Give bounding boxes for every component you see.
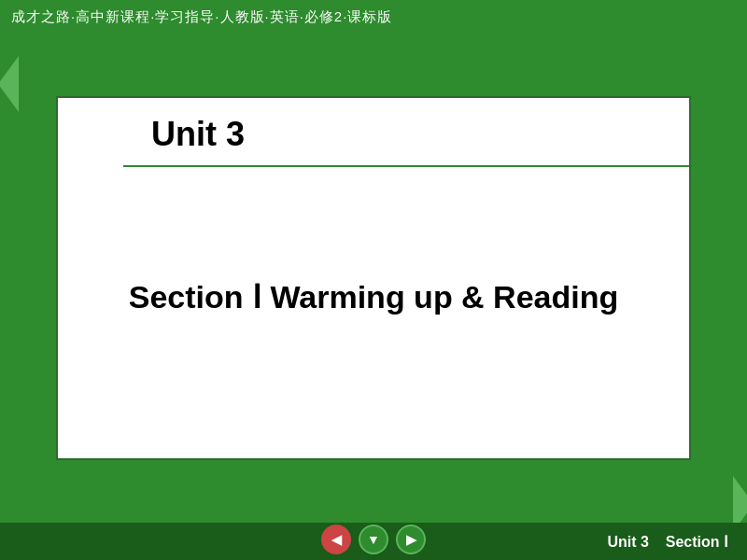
section-title: Section Ⅰ Warming up & Reading — [129, 278, 618, 315]
unit-title: Unit 3 — [151, 115, 245, 154]
left-chevrons-decoration — [0, 56, 19, 112]
footer-unit: Unit 3 — [608, 534, 649, 550]
main-area: Unit 3 Section Ⅰ Warming up & Reading — [0, 34, 747, 523]
content-box: Unit 3 Section Ⅰ Warming up & Reading — [56, 96, 691, 460]
navigation-buttons: ◀ ▼ ▶ — [321, 525, 426, 554]
next-button[interactable]: ▶ — [396, 525, 426, 554]
chevron-left-3 — [0, 56, 19, 112]
footer-section: Section Ⅰ — [666, 534, 728, 550]
prev-button[interactable]: ◀ — [321, 525, 351, 554]
header-title: 成才之路·高中新课程·学习指导·人教版·英语·必修2·课标版 — [11, 8, 392, 26]
header-bar: 成才之路·高中新课程·学习指导·人教版·英语·必修2·课标版 — [0, 0, 747, 34]
footer-bar: ◀ ▼ ▶ Unit 3 Section Ⅰ — [0, 523, 747, 560]
footer-label: Unit 3 Section Ⅰ — [608, 533, 728, 551]
home-button[interactable]: ▼ — [359, 525, 388, 554]
